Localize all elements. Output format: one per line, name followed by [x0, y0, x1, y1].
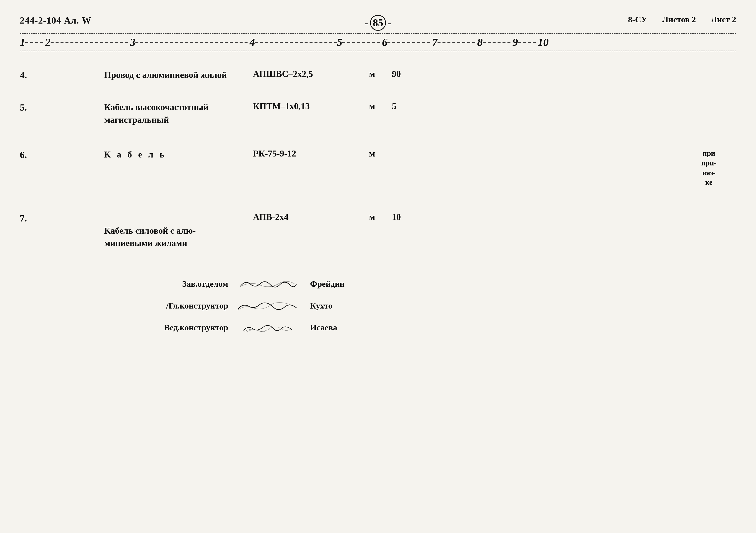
sig-name-2: Кухто — [303, 301, 332, 310]
dash-right: - — [388, 17, 392, 29]
col-8: 8 — [477, 36, 483, 49]
page-center: - 85 - — [364, 15, 392, 31]
dash-4 — [255, 42, 337, 43]
sig-label-1: Зав.отделом — [139, 279, 233, 289]
col-4: 4 — [250, 36, 255, 49]
row-unit: м — [357, 212, 387, 222]
doc-number: 244-2-104 Ал. W — [20, 15, 92, 26]
row-note: при при- вяз- ке — [682, 148, 736, 187]
signature-svg-1 — [236, 277, 300, 291]
col-7: 7 — [432, 36, 438, 49]
dash-8 — [483, 42, 512, 43]
table-row: 7. Кабель силовой с алю- миниевыми жилам… — [20, 202, 736, 257]
sig-name-3: Исаева — [303, 323, 337, 333]
signature-row: Вед.конструктор Исаева — [139, 320, 736, 335]
table-row: 4. Провод с алюминиевой жилой АПШВС–2х2,… — [20, 56, 736, 89]
page-label: Лист 2 — [711, 15, 736, 24]
dash-3 — [135, 42, 250, 43]
row-description: Кабель высокочастотный магистральный — [104, 101, 253, 126]
col-2: 2 — [45, 36, 51, 49]
sig-label-3: Вед.конструктор — [139, 323, 233, 333]
row-num: 4. — [20, 69, 50, 81]
col-10: 10 — [538, 36, 549, 49]
row-code: РК-75-9-12 — [253, 148, 357, 159]
signature-row: Зав.отделом Фрейдин — [139, 277, 736, 291]
dash-2 — [51, 42, 130, 43]
dash-9 — [518, 42, 538, 43]
header-right: 8-СУ Листов 2 Лист 2 — [628, 15, 736, 24]
row-description: Кабель силовой с алю- миниевыми жилами — [104, 212, 253, 249]
sheet-label: Листов 2 — [662, 15, 696, 24]
sig-image-1 — [233, 277, 303, 291]
header: 244-2-104 Ал. W - 85 - 8-СУ Листов 2 Лис… — [20, 15, 736, 26]
page: 244-2-104 Ал. W - 85 - 8-СУ Листов 2 Лис… — [0, 0, 756, 533]
row-qty: 10 — [387, 212, 437, 222]
signature-row: /Гл.конструктор Кухто — [139, 298, 736, 313]
row-num: 5. — [20, 101, 50, 113]
row-description: К а б е л ь — [104, 148, 253, 161]
header-right-top: 8-СУ Листов 2 Лист 2 — [628, 15, 736, 24]
dash-left: - — [364, 17, 368, 29]
data-table: 4. Провод с алюминиевой жилой АПШВС–2х2,… — [20, 56, 736, 257]
dash-5 — [342, 42, 382, 43]
row-num: 7. — [20, 212, 50, 224]
col-3: 3 — [130, 36, 135, 49]
col-6: 6 — [382, 36, 388, 49]
table-row: 5. Кабель высокочастотный магистральный … — [20, 89, 736, 133]
row-unit: м — [357, 69, 387, 79]
row-qty: 5 — [387, 101, 437, 111]
dash-6 — [388, 42, 432, 43]
signatures-section: Зав.отделом Фрейдин /Гл.конструктор Кухт… — [20, 277, 736, 335]
dash-7 — [438, 42, 477, 43]
page-number: 85 — [370, 15, 386, 31]
signature-svg-3 — [236, 321, 300, 334]
row-unit: м — [357, 101, 387, 111]
table-row: 6. К а б е л ь РК-75-9-12 м при при- вяз… — [20, 133, 736, 202]
row-code: АПШВС–2х2,5 — [253, 69, 357, 79]
sig-label-2: /Гл.конструктор — [139, 301, 233, 310]
signature-svg-2 — [236, 299, 300, 313]
row-code: АПВ-2х4 — [253, 212, 357, 222]
col-9: 9 — [512, 36, 518, 49]
sig-image-3 — [233, 320, 303, 335]
code-label: 8-СУ — [628, 15, 647, 24]
sig-name-1: Фрейдин — [303, 279, 344, 289]
sig-image-2 — [233, 298, 303, 313]
dash-1 — [25, 42, 45, 43]
col-5: 5 — [337, 36, 342, 49]
columns-header-row: 1 2 3 4 5 6 7 8 9 10 — [20, 33, 736, 51]
row-code: КПТМ–1х0,13 — [253, 101, 357, 111]
row-qty: 90 — [387, 69, 437, 79]
row-unit: м — [357, 148, 387, 159]
row-description: Провод с алюминиевой жилой — [104, 69, 253, 81]
row-num: 6. — [20, 148, 50, 160]
col-1: 1 — [20, 36, 25, 49]
